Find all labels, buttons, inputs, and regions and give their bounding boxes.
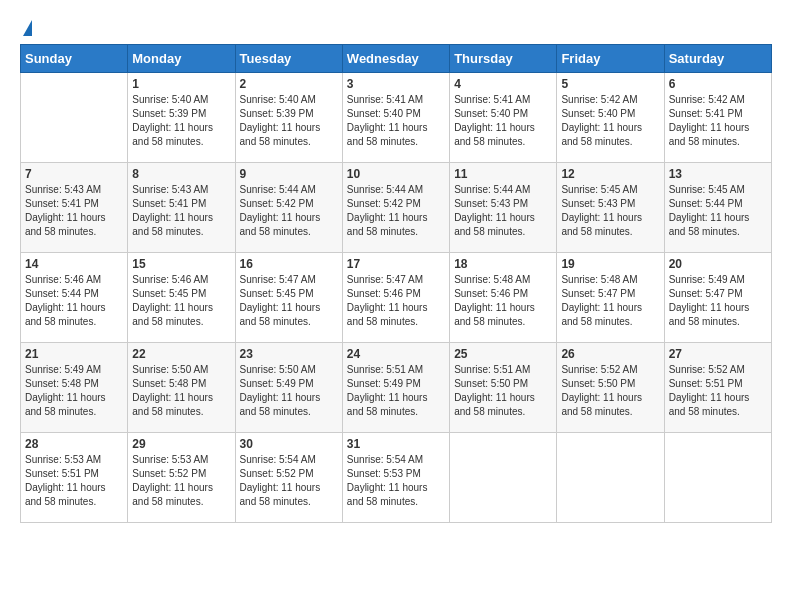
calendar-day-cell: 9Sunrise: 5:44 AMSunset: 5:42 PMDaylight… (235, 163, 342, 253)
calendar-day-cell: 29Sunrise: 5:53 AMSunset: 5:52 PMDayligh… (128, 433, 235, 523)
day-number: 27 (669, 347, 767, 361)
day-number: 3 (347, 77, 445, 91)
day-info: Sunrise: 5:46 AMSunset: 5:44 PMDaylight:… (25, 273, 123, 329)
day-number: 29 (132, 437, 230, 451)
calendar-day-cell: 1Sunrise: 5:40 AMSunset: 5:39 PMDaylight… (128, 73, 235, 163)
header (20, 20, 772, 34)
calendar-day-cell (664, 433, 771, 523)
day-info: Sunrise: 5:44 AMSunset: 5:42 PMDaylight:… (347, 183, 445, 239)
calendar-day-cell: 27Sunrise: 5:52 AMSunset: 5:51 PMDayligh… (664, 343, 771, 433)
calendar-day-cell: 5Sunrise: 5:42 AMSunset: 5:40 PMDaylight… (557, 73, 664, 163)
day-info: Sunrise: 5:51 AMSunset: 5:49 PMDaylight:… (347, 363, 445, 419)
day-info: Sunrise: 5:49 AMSunset: 5:48 PMDaylight:… (25, 363, 123, 419)
day-info: Sunrise: 5:51 AMSunset: 5:50 PMDaylight:… (454, 363, 552, 419)
day-number: 4 (454, 77, 552, 91)
day-number: 7 (25, 167, 123, 181)
day-number: 23 (240, 347, 338, 361)
calendar-day-cell: 23Sunrise: 5:50 AMSunset: 5:49 PMDayligh… (235, 343, 342, 433)
day-number: 24 (347, 347, 445, 361)
calendar-week-row: 14Sunrise: 5:46 AMSunset: 5:44 PMDayligh… (21, 253, 772, 343)
day-info: Sunrise: 5:50 AMSunset: 5:49 PMDaylight:… (240, 363, 338, 419)
day-number: 5 (561, 77, 659, 91)
day-number: 20 (669, 257, 767, 271)
calendar-day-cell: 17Sunrise: 5:47 AMSunset: 5:46 PMDayligh… (342, 253, 449, 343)
day-info: Sunrise: 5:50 AMSunset: 5:48 PMDaylight:… (132, 363, 230, 419)
calendar-day-cell: 25Sunrise: 5:51 AMSunset: 5:50 PMDayligh… (450, 343, 557, 433)
day-number: 25 (454, 347, 552, 361)
day-number: 1 (132, 77, 230, 91)
calendar-day-cell (21, 73, 128, 163)
calendar-header-row: SundayMondayTuesdayWednesdayThursdayFrid… (21, 45, 772, 73)
calendar-day-cell: 22Sunrise: 5:50 AMSunset: 5:48 PMDayligh… (128, 343, 235, 433)
day-info: Sunrise: 5:43 AMSunset: 5:41 PMDaylight:… (25, 183, 123, 239)
calendar-week-row: 1Sunrise: 5:40 AMSunset: 5:39 PMDaylight… (21, 73, 772, 163)
calendar-day-cell: 20Sunrise: 5:49 AMSunset: 5:47 PMDayligh… (664, 253, 771, 343)
day-number: 18 (454, 257, 552, 271)
logo (20, 20, 32, 34)
day-number: 6 (669, 77, 767, 91)
calendar-week-row: 21Sunrise: 5:49 AMSunset: 5:48 PMDayligh… (21, 343, 772, 433)
day-info: Sunrise: 5:44 AMSunset: 5:42 PMDaylight:… (240, 183, 338, 239)
calendar-day-cell (557, 433, 664, 523)
day-number: 30 (240, 437, 338, 451)
day-number: 10 (347, 167, 445, 181)
day-info: Sunrise: 5:53 AMSunset: 5:51 PMDaylight:… (25, 453, 123, 509)
day-number: 21 (25, 347, 123, 361)
day-info: Sunrise: 5:44 AMSunset: 5:43 PMDaylight:… (454, 183, 552, 239)
calendar-day-cell: 12Sunrise: 5:45 AMSunset: 5:43 PMDayligh… (557, 163, 664, 253)
day-number: 12 (561, 167, 659, 181)
calendar-day-cell: 3Sunrise: 5:41 AMSunset: 5:40 PMDaylight… (342, 73, 449, 163)
day-of-week-header: Tuesday (235, 45, 342, 73)
day-number: 11 (454, 167, 552, 181)
day-info: Sunrise: 5:49 AMSunset: 5:47 PMDaylight:… (669, 273, 767, 329)
day-info: Sunrise: 5:43 AMSunset: 5:41 PMDaylight:… (132, 183, 230, 239)
day-number: 22 (132, 347, 230, 361)
day-of-week-header: Thursday (450, 45, 557, 73)
calendar-day-cell: 6Sunrise: 5:42 AMSunset: 5:41 PMDaylight… (664, 73, 771, 163)
day-info: Sunrise: 5:48 AMSunset: 5:46 PMDaylight:… (454, 273, 552, 329)
day-number: 9 (240, 167, 338, 181)
calendar-day-cell: 7Sunrise: 5:43 AMSunset: 5:41 PMDaylight… (21, 163, 128, 253)
calendar-week-row: 28Sunrise: 5:53 AMSunset: 5:51 PMDayligh… (21, 433, 772, 523)
day-info: Sunrise: 5:41 AMSunset: 5:40 PMDaylight:… (347, 93, 445, 149)
day-number: 26 (561, 347, 659, 361)
day-info: Sunrise: 5:40 AMSunset: 5:39 PMDaylight:… (132, 93, 230, 149)
calendar-day-cell: 31Sunrise: 5:54 AMSunset: 5:53 PMDayligh… (342, 433, 449, 523)
calendar-day-cell: 21Sunrise: 5:49 AMSunset: 5:48 PMDayligh… (21, 343, 128, 433)
calendar-day-cell: 10Sunrise: 5:44 AMSunset: 5:42 PMDayligh… (342, 163, 449, 253)
calendar-day-cell: 30Sunrise: 5:54 AMSunset: 5:52 PMDayligh… (235, 433, 342, 523)
day-info: Sunrise: 5:48 AMSunset: 5:47 PMDaylight:… (561, 273, 659, 329)
day-of-week-header: Saturday (664, 45, 771, 73)
day-info: Sunrise: 5:45 AMSunset: 5:43 PMDaylight:… (561, 183, 659, 239)
day-number: 8 (132, 167, 230, 181)
calendar-day-cell (450, 433, 557, 523)
day-info: Sunrise: 5:52 AMSunset: 5:51 PMDaylight:… (669, 363, 767, 419)
calendar-day-cell: 13Sunrise: 5:45 AMSunset: 5:44 PMDayligh… (664, 163, 771, 253)
day-number: 19 (561, 257, 659, 271)
calendar: SundayMondayTuesdayWednesdayThursdayFrid… (20, 44, 772, 523)
calendar-day-cell: 8Sunrise: 5:43 AMSunset: 5:41 PMDaylight… (128, 163, 235, 253)
logo-triangle-icon (23, 20, 32, 36)
day-info: Sunrise: 5:40 AMSunset: 5:39 PMDaylight:… (240, 93, 338, 149)
calendar-day-cell: 16Sunrise: 5:47 AMSunset: 5:45 PMDayligh… (235, 253, 342, 343)
day-of-week-header: Wednesday (342, 45, 449, 73)
day-of-week-header: Monday (128, 45, 235, 73)
day-info: Sunrise: 5:45 AMSunset: 5:44 PMDaylight:… (669, 183, 767, 239)
day-number: 28 (25, 437, 123, 451)
day-number: 15 (132, 257, 230, 271)
day-info: Sunrise: 5:47 AMSunset: 5:46 PMDaylight:… (347, 273, 445, 329)
calendar-day-cell: 14Sunrise: 5:46 AMSunset: 5:44 PMDayligh… (21, 253, 128, 343)
day-info: Sunrise: 5:47 AMSunset: 5:45 PMDaylight:… (240, 273, 338, 329)
day-number: 17 (347, 257, 445, 271)
calendar-day-cell: 15Sunrise: 5:46 AMSunset: 5:45 PMDayligh… (128, 253, 235, 343)
day-number: 31 (347, 437, 445, 451)
calendar-week-row: 7Sunrise: 5:43 AMSunset: 5:41 PMDaylight… (21, 163, 772, 253)
day-of-week-header: Friday (557, 45, 664, 73)
day-number: 14 (25, 257, 123, 271)
day-info: Sunrise: 5:54 AMSunset: 5:52 PMDaylight:… (240, 453, 338, 509)
calendar-day-cell: 26Sunrise: 5:52 AMSunset: 5:50 PMDayligh… (557, 343, 664, 433)
day-number: 13 (669, 167, 767, 181)
calendar-day-cell: 2Sunrise: 5:40 AMSunset: 5:39 PMDaylight… (235, 73, 342, 163)
calendar-day-cell: 18Sunrise: 5:48 AMSunset: 5:46 PMDayligh… (450, 253, 557, 343)
day-number: 2 (240, 77, 338, 91)
